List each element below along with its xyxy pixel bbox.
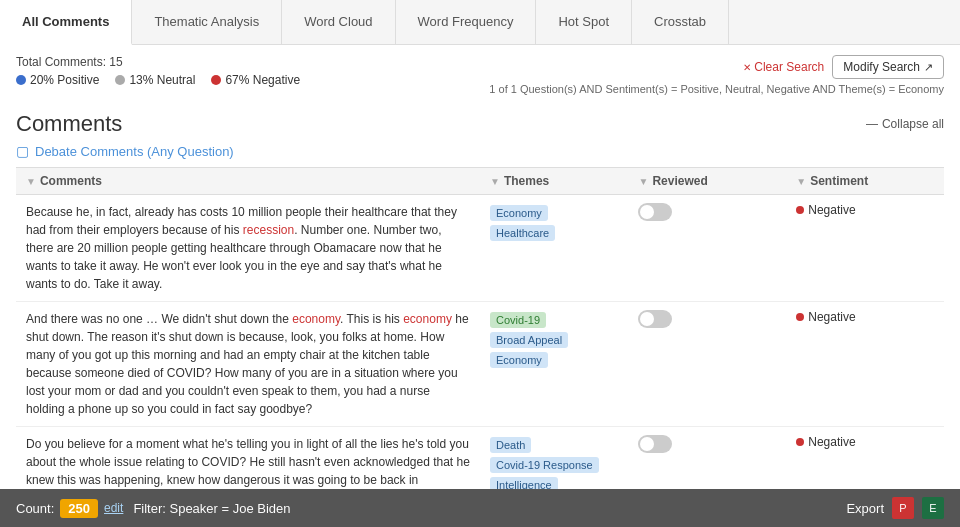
toolbar: Total Comments: 15 20% Positive 13% Neut… — [0, 45, 960, 101]
reviewed-toggle-1[interactable] — [638, 310, 672, 328]
neutral-dot — [115, 75, 125, 85]
sentiment-badge-1: Negative — [796, 310, 934, 324]
sentiment-badge-0: Negative — [796, 203, 934, 217]
sentiment-cell-2: Negative — [786, 427, 944, 490]
positive-sentiment: 20% Positive — [16, 73, 99, 87]
sentiment-cell-0: Negative — [786, 195, 944, 302]
sentiment-dot-1 — [796, 313, 804, 321]
theme-badge[interactable]: Economy — [490, 205, 548, 221]
sentiment-badge-2: Negative — [796, 435, 934, 449]
themes-cell-1: Covid-19Broad AppealEconomy — [480, 302, 628, 427]
comments-section-header: Comments Collapse all — [16, 101, 944, 143]
sentiment-dot-2 — [796, 438, 804, 446]
comments-table: ▼ Comments ▼ Themes ▼ Reviewed — [16, 167, 944, 489]
sort-icon-sentiment: ▼ — [796, 176, 806, 187]
comments-title: Comments — [16, 111, 122, 137]
neutral-label: 13% Neutral — [129, 73, 195, 87]
col-header-sentiment: ▼ Sentiment — [786, 168, 944, 195]
col-header-themes: ▼ Themes — [480, 168, 628, 195]
theme-badge[interactable]: Broad Appeal — [490, 332, 568, 348]
count-badge: 250 — [60, 499, 98, 518]
section-icon: ▢ — [16, 143, 29, 159]
negative-dot — [211, 75, 221, 85]
theme-badge[interactable]: Economy — [490, 352, 548, 368]
table-row: Do you believe for a moment what he's te… — [16, 427, 944, 490]
section-link-row: ▢ Debate Comments (Any Question) — [16, 143, 944, 159]
themes-cell-2: DeathCovid-19 ResponseIntelligenceEconom… — [480, 427, 628, 490]
footer-right: Export P E — [846, 497, 944, 519]
sort-icon-comments: ▼ — [26, 176, 36, 187]
table-wrapper: ▼ Comments ▼ Themes ▼ Reviewed — [16, 167, 944, 489]
tab-crosstab[interactable]: Crosstab — [632, 0, 729, 44]
export-pdf-icon[interactable]: P — [892, 497, 914, 519]
tab-word-frequency[interactable]: Word Frequency — [396, 0, 537, 44]
sentiment-row: 20% Positive 13% Neutral 67% Negative — [16, 73, 300, 87]
tabs-bar: All Comments Thematic Analysis Word Clou… — [0, 0, 960, 45]
theme-badge[interactable]: Death — [490, 437, 531, 453]
table-body: Because he, in fact, already has costs 1… — [16, 195, 944, 490]
positive-dot — [16, 75, 26, 85]
sentiment-label-0: Negative — [808, 203, 855, 217]
comment-text-1: And there was no one … We didn't shut do… — [26, 310, 470, 418]
reviewed-toggle-0[interactable] — [638, 203, 672, 221]
edit-link[interactable]: edit — [104, 501, 123, 515]
sentiment-label-2: Negative — [808, 435, 855, 449]
theme-badge[interactable]: Covid-19 — [490, 312, 546, 328]
table-row: And there was no one … We didn't shut do… — [16, 302, 944, 427]
tab-thematic-analysis[interactable]: Thematic Analysis — [132, 0, 282, 44]
comment-text-2: Do you believe for a moment what he's te… — [26, 435, 470, 489]
tab-all-comments[interactable]: All Comments — [0, 0, 132, 45]
comment-cell-0: Because he, in fact, already has costs 1… — [16, 195, 480, 302]
toolbar-right: Clear Search Modify Search 1 of 1 Questi… — [489, 55, 944, 95]
theme-badge[interactable]: Intelligence — [490, 477, 558, 489]
negative-sentiment: 67% Negative — [211, 73, 300, 87]
sentiment-cell-1: Negative — [786, 302, 944, 427]
section-link[interactable]: Debate Comments (Any Question) — [35, 144, 234, 159]
positive-label: 20% Positive — [30, 73, 99, 87]
red-highlight[interactable]: recession — [243, 223, 294, 237]
red-highlight[interactable]: economy — [292, 312, 340, 326]
col-header-comments: ▼ Comments — [16, 168, 480, 195]
table-header-row: ▼ Comments ▼ Themes ▼ Reviewed — [16, 168, 944, 195]
tab-word-cloud[interactable]: Word Cloud — [282, 0, 395, 44]
col-label-reviewed: Reviewed — [652, 174, 707, 188]
comment-cell-1: And there was no one … We didn't shut do… — [16, 302, 480, 427]
sentiment-dot-0 — [796, 206, 804, 214]
clear-search-button[interactable]: Clear Search — [743, 60, 824, 74]
total-comments: Total Comments: 15 — [16, 55, 300, 69]
filter-text: Filter: Speaker = Joe Biden — [133, 501, 290, 516]
footer-left: Count: 250 edit Filter: Speaker = Joe Bi… — [16, 499, 291, 518]
reviewed-toggle-2[interactable] — [638, 435, 672, 453]
export-excel-icon[interactable]: E — [922, 497, 944, 519]
main-content: Comments Collapse all ▢ Debate Comments … — [0, 101, 960, 489]
count-label: Count: — [16, 501, 54, 516]
theme-badge[interactable]: Healthcare — [490, 225, 555, 241]
reviewed-cell-1 — [628, 302, 786, 427]
neutral-sentiment: 13% Neutral — [115, 73, 195, 87]
sentiment-label-1: Negative — [808, 310, 855, 324]
toolbar-left: Total Comments: 15 20% Positive 13% Neut… — [16, 55, 300, 87]
comment-cell-2: Do you believe for a moment what he's te… — [16, 427, 480, 490]
col-label-comments: Comments — [40, 174, 102, 188]
toolbar-actions: Clear Search Modify Search — [743, 55, 944, 79]
tab-hot-spot[interactable]: Hot Spot — [536, 0, 632, 44]
col-header-reviewed: ▼ Reviewed — [628, 168, 786, 195]
collapse-all-button[interactable]: Collapse all — [866, 117, 944, 131]
table-row: Because he, in fact, already has costs 1… — [16, 195, 944, 302]
export-label: Export — [846, 501, 884, 516]
theme-badge[interactable]: Covid-19 Response — [490, 457, 599, 473]
negative-label: 67% Negative — [225, 73, 300, 87]
sort-icon-reviewed: ▼ — [638, 176, 648, 187]
sort-icon-themes: ▼ — [490, 176, 500, 187]
search-description: 1 of 1 Question(s) AND Sentiment(s) = Po… — [489, 83, 944, 95]
modify-search-button[interactable]: Modify Search — [832, 55, 944, 79]
themes-cell-0: EconomyHealthcare — [480, 195, 628, 302]
footer: Count: 250 edit Filter: Speaker = Joe Bi… — [0, 489, 960, 527]
comment-text-0: Because he, in fact, already has costs 1… — [26, 203, 470, 293]
col-label-themes: Themes — [504, 174, 549, 188]
collapse-all-label: Collapse all — [882, 117, 944, 131]
reviewed-cell-2 — [628, 427, 786, 490]
red-highlight[interactable]: economy — [403, 312, 452, 326]
col-label-sentiment: Sentiment — [810, 174, 868, 188]
reviewed-cell-0 — [628, 195, 786, 302]
